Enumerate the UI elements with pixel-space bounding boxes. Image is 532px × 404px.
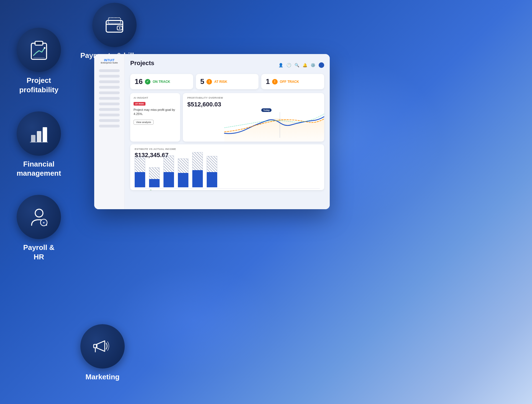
ai-badge: AT RISK (134, 102, 145, 106)
profitability-section-label: PROFITABILITY OVERVIEW (187, 96, 320, 99)
ai-insight-card: AI INSIGHT AT RISK Project may miss prof… (130, 93, 180, 142)
header-icons: 👤 🕐 🔍 🔔 ⚙️ (278, 62, 324, 68)
bar-group-3 (163, 155, 174, 187)
enterprise-suite-label: Enterprise Suite (101, 62, 118, 64)
bar-actual-2 (149, 179, 160, 187)
profitability-icon-circle (17, 28, 61, 72)
quickbooks-logo: q (149, 190, 153, 190)
financial-label: Financialmanagement (17, 160, 61, 178)
bar-actual-4 (178, 173, 188, 187)
chart-clipboard-icon (27, 38, 51, 62)
estimate-section-label: ESTIMATE VS ACTUAL INCOME (135, 148, 320, 150)
payroll-icon-circle: + (17, 195, 61, 239)
bar-estimate-2 (149, 167, 160, 179)
svg-rect-13 (37, 131, 41, 142)
left-features-list: Projectprofitability Financialmanagement… (17, 28, 61, 262)
bar-group-1 (135, 157, 145, 187)
bar-group-6 (207, 156, 217, 187)
profitability-amount: $512,600.03 (187, 101, 320, 108)
bar-actual-6 (207, 172, 217, 187)
gear-header-icon[interactable]: ⚙️ (311, 63, 315, 67)
off-track-icon: ! (272, 79, 278, 85)
svg-point-16 (35, 209, 43, 217)
on-track-card[interactable]: 16 ✓ ON TRACK (130, 74, 193, 89)
view-analysis-button[interactable]: View analysis (134, 120, 154, 125)
profitability-chart (224, 108, 324, 142)
bar-actual-1 (135, 172, 145, 187)
bar-actual-5 (192, 170, 203, 187)
marketing-label: Marketing (86, 372, 120, 382)
feature-item-financial: Financialmanagement (17, 111, 61, 178)
feature-item-profitability: Projectprofitability (17, 28, 61, 95)
sidebar-nav-2 (99, 75, 120, 78)
bar-estimate-4 (178, 158, 188, 173)
svg-rect-12 (31, 135, 35, 142)
at-risk-label: AT RISK (214, 80, 227, 84)
profitability-label: Projectprofitability (19, 76, 58, 95)
payroll-label: Payroll &HR (23, 243, 55, 262)
bar-estimate-6 (207, 156, 217, 172)
status-row: 16 ✓ ON TRACK 5 ! AT RISK 1 ! OFF TRACK (130, 74, 324, 89)
bar-actual-3 (163, 172, 174, 187)
sidebar-nav-11 (99, 125, 120, 127)
bar-group-4 (178, 158, 188, 187)
svg-text:+: + (43, 221, 45, 225)
income-bar-chart (135, 161, 320, 187)
sidebar-nav-1 (99, 69, 120, 72)
app-sidebar: INTUIT Enterprise Suite (94, 54, 125, 209)
ai-insight-text: Project may miss profit goal by 4.25%. (134, 108, 177, 116)
svg-point-4 (119, 27, 120, 29)
avatar-circle (319, 62, 324, 68)
app-window: INTUIT Enterprise Suite Projects 👤 🕐 🔍 🔔… (94, 54, 330, 209)
payments-icon-circle (92, 3, 137, 47)
profitability-card: PROFITABILITY OVERVIEW $512,600.03 Today (183, 93, 324, 142)
app-brand: INTUIT Enterprise Suite (99, 58, 119, 64)
financial-icon-circle (17, 111, 61, 156)
sidebar-nav-6 (99, 97, 120, 100)
estimate-amount: $132,345.67 (135, 152, 320, 159)
bar-estimate-3 (163, 155, 174, 172)
search-header-icon[interactable]: 🔍 (295, 63, 299, 67)
svg-rect-14 (43, 127, 47, 142)
clock-header-icon[interactable]: 🕐 (287, 63, 291, 67)
sidebar-nav-5 (99, 91, 120, 94)
sidebar-nav-3 (99, 80, 120, 83)
bar-group-2 (149, 167, 160, 187)
off-track-label: OFF TRACK (280, 80, 299, 84)
bar-chart-icon (27, 122, 51, 145)
profit-chart-svg (224, 108, 324, 142)
on-track-icon: ✓ (145, 79, 150, 85)
off-track-count: 1 (266, 77, 270, 86)
at-risk-icon: ! (206, 79, 212, 85)
app-main-content: Projects 👤 🕐 🔍 🔔 ⚙️ 16 ✓ ON TRACK 5 ! (125, 54, 330, 209)
svg-rect-9 (36, 42, 42, 44)
at-risk-card[interactable]: 5 ! AT RISK (196, 74, 259, 89)
middle-row: AI INSIGHT AT RISK Project may miss prof… (130, 93, 324, 142)
megaphone-icon (91, 335, 114, 358)
page-title: Projects (130, 60, 154, 67)
estimate-vs-actual-card: ESTIMATE VS ACTUAL INCOME $132,345.67 (130, 144, 324, 190)
wallet-icon (103, 14, 126, 36)
off-track-card[interactable]: 1 ! OFF TRACK (261, 74, 324, 89)
top-feature-payments: Payments & bill pay (80, 3, 149, 60)
sidebar-nav-7 (99, 103, 120, 105)
bar-estimate-5 (192, 152, 203, 170)
bar-group-5 (192, 152, 203, 187)
app-window-reflection (94, 201, 330, 209)
feature-item-payroll: + Payroll &HR (17, 195, 61, 262)
bar-estimate-1 (135, 157, 145, 172)
person-icon: + (27, 205, 51, 229)
at-risk-count: 5 (200, 77, 204, 86)
bell-header-icon[interactable]: 🔔 (303, 63, 307, 67)
sidebar-nav-9 (99, 114, 120, 116)
bottom-feature-marketing: Marketing (80, 324, 125, 382)
marketing-icon-circle (80, 324, 125, 369)
sidebar-nav-8 (99, 108, 120, 111)
ai-section-label: AI INSIGHT (134, 96, 177, 99)
svg-point-10 (44, 47, 45, 49)
on-track-count: 16 (135, 77, 143, 86)
on-track-label: ON TRACK (153, 80, 170, 84)
sidebar-nav-10 (99, 119, 120, 122)
person-header-icon[interactable]: 👤 (278, 63, 283, 67)
sidebar-nav-4 (99, 86, 120, 89)
